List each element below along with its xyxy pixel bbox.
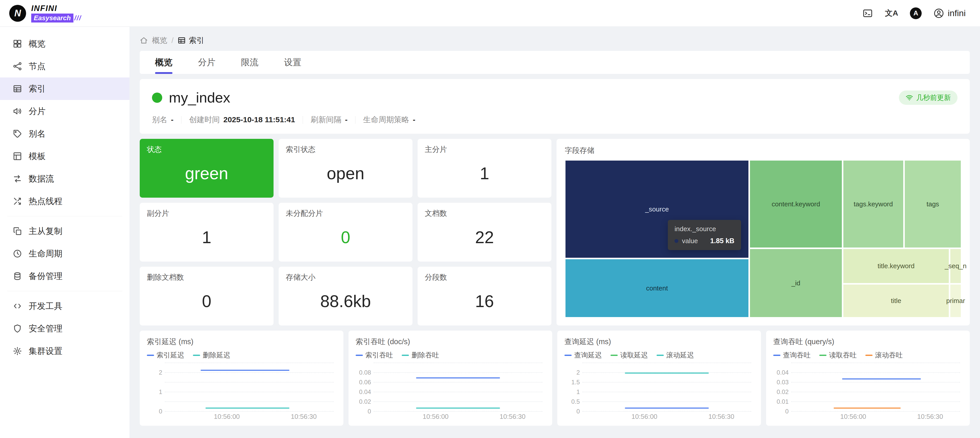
legend-dash — [865, 355, 873, 356]
sidebar-item-overview[interactable]: 概览 — [0, 32, 129, 55]
sidebar-item-nodes[interactable]: 节点 — [0, 55, 129, 78]
sidebar-item-label: 集群设置 — [29, 346, 62, 357]
sidebar-item-label: 分片 — [29, 106, 46, 117]
code-icon — [13, 302, 22, 311]
sidebar-item-label: 别名 — [29, 128, 46, 140]
treemap-cell[interactable]: _id — [749, 248, 842, 318]
stat-card-replica-shards: 副分片 1 — [140, 203, 274, 262]
x-tick: 10:56:30 — [917, 413, 943, 421]
treemap-title: 字段存储 — [565, 146, 962, 156]
legend-item[interactable]: 索引延迟 — [147, 351, 184, 360]
legend-item[interactable]: 滚动吞吐 — [865, 351, 903, 360]
brand-logo[interactable]: N INFINI Easysearch /// — [0, 4, 129, 22]
meta-ilm-policy: 生命周期策略- — [363, 114, 415, 125]
sidebar-divider — [7, 291, 122, 291]
sidebar-item-backup[interactable]: 备份管理 — [0, 265, 129, 287]
treemap-cell[interactable]: _seq_n — [950, 248, 962, 284]
treemap-cell[interactable]: primar — [950, 284, 962, 318]
y-tick: 1 — [147, 389, 165, 395]
chart-title: 查询吞吐 (query/s) — [773, 337, 963, 347]
sidebar-item-indices[interactable]: 索引 — [0, 78, 129, 100]
sidebar-item-label: 生命周期 — [29, 248, 62, 260]
sidebar-item-security[interactable]: 安全管理 — [0, 317, 129, 340]
series-line — [625, 373, 709, 374]
brand-product: Easysearch — [31, 14, 73, 22]
dashboard-icon — [13, 39, 22, 48]
tab-overview[interactable]: 概览 — [155, 51, 172, 74]
tooltip-series-dot — [675, 239, 678, 243]
chart-legend: 查询延迟 读取延迟 滚动延迟 — [565, 351, 754, 360]
tooltip-title: index._source — [675, 225, 734, 233]
sidebar-item-label: 主从复制 — [29, 225, 62, 237]
treemap-cell[interactable]: title — [843, 284, 950, 318]
template-icon — [13, 152, 22, 161]
sidebar-item-shards[interactable]: 分片 — [0, 100, 129, 122]
shuffle-icon — [13, 197, 22, 206]
stat-card-unassigned-shards: 未分配分片 0 — [278, 203, 412, 262]
meta-refresh-interval: 刷新间隔- — [311, 114, 347, 125]
terminal-icon[interactable] — [862, 8, 873, 19]
sidebar-item-hot-threads[interactable]: 热点线程 — [0, 190, 129, 213]
legend-item[interactable]: 查询延迟 — [565, 351, 602, 360]
tab-throttle[interactable]: 限流 — [241, 51, 258, 74]
treemap-cell[interactable]: tags — [904, 160, 962, 248]
index-tabs: 概览 分片 限流 设置 — [140, 51, 970, 74]
breadcrumb-current[interactable]: 索引 — [178, 35, 204, 46]
y-tick: 2 — [565, 369, 582, 376]
legend-item[interactable]: 查询吞吐 — [773, 351, 811, 360]
table-icon — [13, 84, 22, 93]
tab-shards[interactable]: 分片 — [198, 51, 215, 74]
breadcrumb-home[interactable]: 概览 — [152, 35, 167, 46]
health-status-dot — [152, 92, 162, 103]
field-storage-treemap: _source content content.keyword _id tags… — [565, 160, 962, 318]
brand-name: INFINI — [31, 4, 81, 13]
y-tick: 0.02 — [773, 389, 791, 395]
sidebar-item-devtools[interactable]: 开发工具 — [0, 295, 129, 317]
legend-item[interactable]: 读取延迟 — [611, 351, 648, 360]
y-tick: 2 — [147, 369, 165, 376]
treemap-cell[interactable]: tags.keyword — [843, 160, 904, 248]
breadcrumb-separator: / — [172, 36, 173, 45]
translate-icon[interactable]: 文A — [885, 8, 898, 18]
y-tick: 0.5 — [565, 398, 582, 405]
meta-created: 创建时间2025-10-18 11:51:41 — [189, 114, 295, 125]
user-menu[interactable]: infini — [934, 8, 966, 19]
treemap-cell[interactable]: title.keyword — [843, 248, 950, 284]
sidebar-item-lifecycle[interactable]: 生命周期 — [0, 243, 129, 265]
stats-grid: 状态 green 索引状态 open 主分片 1 副分片 1 未分配分片 0 文… — [140, 139, 551, 325]
page-title: my_index — [169, 89, 230, 106]
treemap-cell[interactable]: content.keyword — [749, 160, 842, 248]
y-tick: 0.06 — [356, 379, 374, 386]
theme-avatar-icon[interactable]: A — [910, 8, 922, 19]
index-title-card: my_index 几秒前更新 别名- 创建时间2025-10-18 11:51:… — [140, 79, 970, 134]
updated-badge: 几秒前更新 — [899, 90, 958, 105]
breadcrumb: 概览 / 索引 — [140, 35, 970, 46]
sidebar-divider — [7, 216, 122, 216]
legend-item[interactable]: 读取吞吐 — [819, 351, 857, 360]
y-tick: 0 — [565, 408, 582, 415]
sidebar-item-alias[interactable]: 别名 — [0, 122, 129, 145]
username: infini — [948, 8, 966, 18]
y-tick: 0.08 — [356, 369, 374, 376]
stat-card-doc-count: 文档数 22 — [418, 203, 551, 262]
sidebar-item-label: 安全管理 — [29, 323, 62, 335]
legend-item[interactable]: 删除吞吐 — [402, 351, 439, 360]
x-tick: 10:56:30 — [500, 413, 525, 421]
chart-legend: 索引吞吐 删除吞吐 — [356, 351, 545, 360]
x-tick: 10:56:00 — [214, 413, 240, 421]
tab-settings[interactable]: 设置 — [284, 51, 301, 74]
sidebar-item-cluster-settings[interactable]: 集群设置 — [0, 340, 129, 362]
sidebar-item-templates[interactable]: 模板 — [0, 145, 129, 167]
legend-item[interactable]: 滚动延迟 — [657, 351, 694, 360]
sidebar-item-replication[interactable]: 主从复制 — [0, 220, 129, 243]
sidebar-item-label: 开发工具 — [29, 300, 62, 312]
shield-icon — [13, 324, 22, 333]
treemap-cell[interactable]: content — [565, 259, 749, 318]
meta-divider — [181, 116, 181, 124]
legend-item[interactable]: 删除延迟 — [193, 351, 230, 360]
legend-dash — [657, 355, 664, 356]
legend-dash — [819, 355, 826, 356]
sidebar-item-datastreams[interactable]: 数据流 — [0, 167, 129, 190]
chart-legend: 索引延迟 删除延迟 — [147, 351, 336, 360]
legend-item[interactable]: 索引吞吐 — [356, 351, 393, 360]
